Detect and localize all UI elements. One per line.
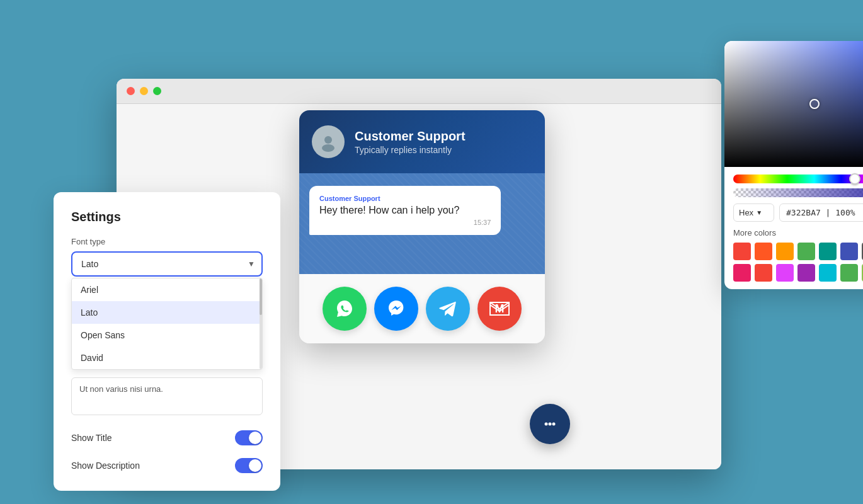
color-picker-controls: Hex ▼ More colors — [724, 167, 863, 289]
swatch-amber[interactable] — [776, 243, 794, 260]
avatar-icon — [318, 132, 338, 152]
chat-fab-icon — [540, 414, 560, 434]
traffic-light-red[interactable] — [127, 87, 135, 95]
more-colors-label: More colors — [733, 228, 863, 238]
telegram-icon — [438, 299, 458, 319]
svg-point-3 — [545, 423, 548, 426]
dropdown-scrollbar — [260, 278, 262, 369]
chat-widget: Customer Support Typically replies insta… — [299, 110, 545, 343]
font-dropdown-list: Ariel Lato Open Sans David — [71, 278, 263, 370]
settings-title: Settings — [71, 210, 263, 224]
show-description-row: Show Description — [71, 458, 263, 473]
show-title-toggle[interactable] — [235, 430, 263, 445]
channel-whatsapp-button[interactable] — [323, 287, 367, 331]
browser-window: Settings Font type Lato Ariel Open Sans … — [117, 79, 721, 469]
color-gradient-canvas[interactable] — [724, 41, 863, 167]
color-format-label: Hex — [739, 208, 753, 217]
color-picker-cursor — [809, 99, 820, 109]
chat-header-subtitle: Typically replies instantly — [355, 145, 466, 155]
hue-slider[interactable] — [733, 175, 863, 183]
font-type-label: Font type — [71, 237, 263, 246]
chat-header-title: Customer Support — [355, 129, 466, 144]
swatch-purple-light[interactable] — [776, 264, 794, 282]
show-title-toggle-knob — [249, 432, 261, 444]
chat-fab[interactable] — [530, 404, 570, 444]
textarea-wrapper: Ut non varius nisi urna. — [71, 377, 263, 418]
chat-body: Customer Support Hey there! How can i he… — [299, 173, 545, 274]
browser-content: Settings Font type Lato Ariel Open Sans … — [117, 104, 721, 469]
show-description-toggle[interactable] — [235, 458, 263, 473]
color-swatches-row1 — [733, 243, 863, 260]
svg-point-5 — [552, 423, 556, 426]
swatch-green[interactable] — [797, 243, 815, 260]
svg-text:M: M — [495, 302, 505, 315]
svg-point-1 — [322, 144, 334, 152]
browser-titlebar — [117, 79, 721, 104]
color-input-row: Hex ▼ — [733, 203, 863, 222]
channel-telegram-button[interactable] — [426, 287, 470, 331]
whatsapp-icon — [334, 299, 355, 319]
swatch-cyan[interactable] — [819, 264, 837, 282]
gmail-icon: M — [488, 300, 511, 318]
swatch-crimson[interactable] — [755, 264, 772, 282]
messenger-icon — [386, 299, 406, 319]
swatch-indigo[interactable] — [840, 243, 858, 260]
font-type-dropdown-container: Lato Ariel Open Sans David ▼ Ariel Lato … — [71, 251, 263, 370]
color-picker-panel: Hex ▼ More colors — [724, 41, 863, 289]
traffic-light-yellow[interactable] — [140, 87, 148, 95]
color-hex-input[interactable] — [779, 203, 863, 222]
chat-header-info: Customer Support Typically replies insta… — [355, 129, 466, 155]
font-option-lato[interactable]: Lato — [72, 301, 262, 324]
color-format-chevron: ▼ — [756, 209, 762, 216]
chat-bubble-time: 15:37 — [319, 219, 491, 226]
show-description-label: Show Description — [71, 461, 140, 471]
dropdown-scrollbar-thumb — [260, 278, 262, 315]
svg-point-4 — [549, 423, 552, 426]
swatch-teal[interactable] — [819, 243, 837, 260]
settings-panel: Settings Font type Lato Ariel Open Sans … — [54, 192, 280, 491]
chat-bubble-text: Hey there! How can i help you? — [319, 205, 491, 216]
swatch-purple[interactable] — [797, 264, 815, 282]
chat-bubble-sender: Customer Support — [319, 195, 491, 202]
channel-messenger-button[interactable] — [374, 287, 418, 331]
font-option-david[interactable]: David — [72, 346, 262, 369]
swatch-red[interactable] — [733, 243, 751, 260]
chat-bubble: Customer Support Hey there! How can i he… — [309, 186, 501, 235]
chat-header: Customer Support Typically replies insta… — [299, 110, 545, 173]
show-description-toggle-knob — [249, 459, 261, 472]
color-format-select[interactable]: Hex ▼ — [733, 203, 774, 222]
font-type-select[interactable]: Lato Ariel Open Sans David — [71, 251, 263, 277]
color-swatches-row2 — [733, 264, 863, 282]
svg-point-0 — [324, 136, 332, 144]
font-option-ariel[interactable]: Ariel — [72, 278, 262, 301]
show-title-label: Show Title — [71, 433, 112, 443]
font-option-opensans[interactable]: Open Sans — [72, 324, 262, 346]
chat-avatar — [312, 125, 345, 158]
description-textarea[interactable]: Ut non varius nisi urna. — [71, 377, 263, 415]
show-title-row: Show Title — [71, 430, 263, 445]
chat-channels: M — [299, 274, 545, 343]
font-select-wrapper: Lato Ariel Open Sans David ▼ — [71, 251, 263, 277]
swatch-lime-green[interactable] — [840, 264, 858, 282]
channel-gmail-button[interactable]: M — [477, 287, 522, 331]
swatch-pink[interactable] — [733, 264, 751, 282]
traffic-light-green[interactable] — [153, 87, 161, 95]
swatch-orange[interactable] — [755, 243, 772, 260]
alpha-slider[interactable] — [733, 188, 863, 197]
hue-thumb[interactable] — [849, 173, 860, 185]
